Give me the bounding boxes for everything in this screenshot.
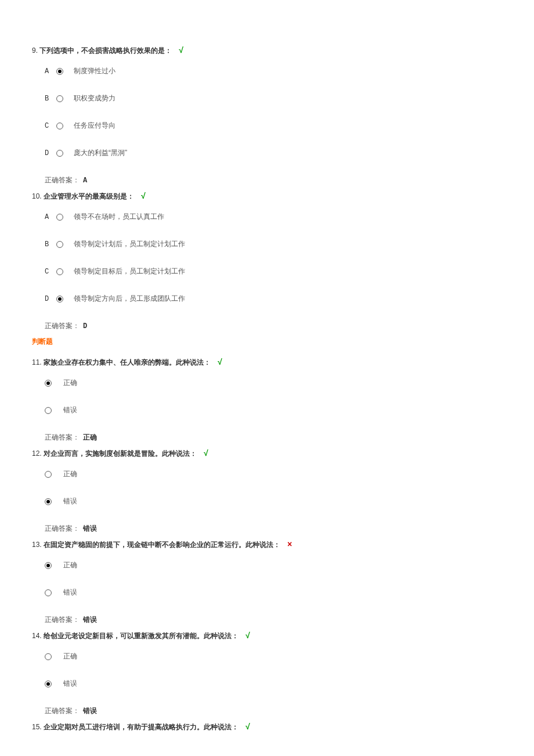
radio-button[interactable] [45,471,52,478]
option-text: 制度弹性过小 [74,66,116,76]
answer-value: 错误 [83,525,97,533]
answer-label: 正确答案： [45,322,80,330]
radio-button[interactable] [56,241,63,248]
option-letter: A [45,213,53,221]
option-text: 正确 [63,469,77,479]
question: 15. 企业定期对员工进行培训，有助于提高战略执行力。此种说法：√ [32,722,502,732]
radio-button[interactable] [45,407,52,414]
question-number: 12. [32,449,42,458]
option-row[interactable]: 正确 [45,469,502,479]
question-header: 13. 在固定资产稳固的前提下，现金链中断不会影响企业的正常运行。此种说法：× [32,539,502,550]
radio-button[interactable] [45,653,52,660]
option-text: 职权变成势力 [74,93,116,103]
answer-label: 正确答案： [45,707,80,715]
answer-label: 正确答案： [45,433,80,441]
option-text: 领导制定计划后，员工制定计划工作 [74,239,185,249]
option-text: 庞大的利益“黑洞” [74,148,127,158]
option-row[interactable]: 错误 [45,679,502,689]
question-header: 11. 家族企业存在权力集中、任人唯亲的弊端。此种说法：√ [32,357,502,368]
option-text: 领导制定目标后，员工制定计划工作 [74,267,185,276]
check-icon: √ [246,722,250,731]
answer-value: 错误 [83,707,97,715]
option-row[interactable]: B领导制定计划后，员工制定计划工作 [45,239,502,249]
correct-answer: 正确答案：A [45,175,502,185]
correct-answer: 正确答案：错误 [45,615,502,625]
correct-answer: 正确答案：正确 [45,433,502,442]
radio-button[interactable] [56,68,63,75]
question: 11. 家族企业存在权力集中、任人唯亲的弊端。此种说法：√正确错误正确答案：正确 [32,357,502,442]
answer-value: 正确 [83,434,97,442]
option-text: 错误 [63,679,77,689]
question-header: 9. 下列选项中，不会损害战略执行效果的是：√ [32,45,502,56]
option-row[interactable]: 错误 [45,588,502,597]
option-letter: C [45,122,53,130]
question-header: 14. 给创业元老设定新目标，可以重新激发其所有潜能。此种说法：√ [32,631,502,641]
cross-icon: × [287,539,292,549]
option-row[interactable]: 错误 [45,496,502,506]
radio-button[interactable] [56,214,63,221]
option-letter: C [45,268,53,276]
question-text: 对企业而言，实施制度创新就是冒险。此种说法： [44,449,197,458]
option-text: 领导不在场时，员工认真工作 [74,212,164,222]
option-text: 错误 [63,588,77,597]
question-number: 11. [32,358,42,366]
question-number: 15. [32,723,42,731]
option-letter: B [45,95,53,103]
quiz-document: 9. 下列选项中，不会损害战略执行效果的是：√A制度弹性过小B职权变成势力C任务… [32,45,502,732]
check-icon: √ [179,45,183,55]
option-row[interactable]: A领导不在场时，员工认真工作 [45,212,502,222]
answer-label: 正确答案： [45,615,80,624]
question-number: 14. [32,632,42,640]
option-row[interactable]: 正确 [45,560,502,570]
option-row[interactable]: 正确 [45,651,502,661]
question: 10. 企业管理水平的最高级别是：√A领导不在场时，员工认真工作B领导制定计划后… [32,191,502,331]
check-icon: √ [218,357,222,366]
question-number: 13. [32,541,42,549]
option-text: 正确 [63,378,77,388]
question: 9. 下列选项中，不会损害战略执行效果的是：√A制度弹性过小B职权变成势力C任务… [32,45,502,185]
radio-button[interactable] [45,562,52,569]
correct-answer: 正确答案：D [45,321,502,331]
option-letter: B [45,240,53,249]
option-text: 正确 [63,651,77,661]
question-header: 10. 企业管理水平的最高级别是：√ [32,191,502,201]
check-icon: √ [141,191,146,200]
radio-button[interactable] [56,123,63,129]
section-title-tf: 判断题 [32,337,502,347]
option-row[interactable]: D领导制定方向后，员工形成团队工作 [45,294,502,304]
answer-label: 正确答案： [45,176,80,184]
question-text: 在固定资产稳固的前提下，现金链中断不会影响企业的正常运行。此种说法： [44,541,280,549]
correct-answer: 正确答案：错误 [45,524,502,534]
option-letter: A [45,67,53,75]
answer-value: 错误 [83,616,97,624]
radio-button[interactable] [56,95,63,102]
option-text: 错误 [63,496,77,506]
correct-answer: 正确答案：错误 [45,706,502,716]
option-row[interactable]: A制度弹性过小 [45,66,502,76]
answer-value: D [83,322,87,330]
answer-value: A [83,177,87,185]
question-number: 10. [32,192,42,200]
option-text: 正确 [63,560,77,570]
radio-button[interactable] [56,268,63,275]
option-row[interactable]: D庞大的利益“黑洞” [45,148,502,158]
question-header: 12. 对企业而言，实施制度创新就是冒险。此种说法：√ [32,448,502,459]
radio-button[interactable] [45,498,52,505]
question: 14. 给创业元老设定新目标，可以重新激发其所有潜能。此种说法：√正确错误正确答… [32,631,502,716]
option-row[interactable]: B职权变成势力 [45,93,502,103]
question-header: 15. 企业定期对员工进行培训，有助于提高战略执行力。此种说法：√ [32,722,502,732]
question-text: 给创业元老设定新目标，可以重新激发其所有潜能。此种说法： [44,632,239,640]
radio-button[interactable] [56,296,63,303]
option-row[interactable]: 正确 [45,378,502,388]
question-text: 企业管理水平的最高级别是： [44,192,134,200]
radio-button[interactable] [45,589,52,596]
option-row[interactable]: C领导制定目标后，员工制定计划工作 [45,267,502,276]
option-row[interactable]: C任务应付导向 [45,121,502,131]
option-row[interactable]: 错误 [45,405,502,415]
radio-button[interactable] [45,380,52,387]
question-text: 家族企业存在权力集中、任人唯亲的弊端。此种说法： [44,358,211,366]
radio-button[interactable] [45,681,52,687]
question: 13. 在固定资产稳固的前提下，现金链中断不会影响企业的正常运行。此种说法：×正… [32,539,502,625]
check-icon: √ [246,631,250,640]
radio-button[interactable] [56,150,63,157]
